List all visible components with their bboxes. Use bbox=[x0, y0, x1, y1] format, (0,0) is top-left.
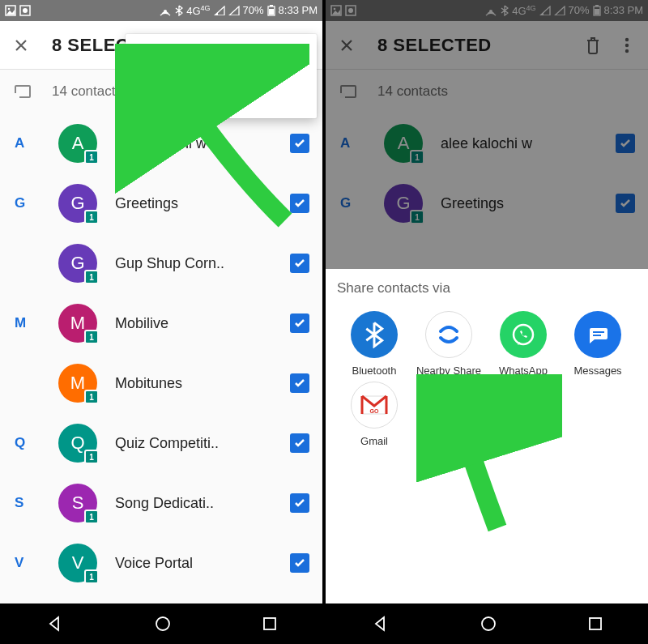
contact-avatar: S bbox=[58, 484, 97, 522]
section-letter: G bbox=[15, 195, 25, 211]
bottom-sheet-scrim[interactable] bbox=[326, 0, 648, 269]
checkbox-checked[interactable] bbox=[290, 433, 309, 453]
svg-point-26 bbox=[482, 617, 495, 630]
signal2-icon bbox=[228, 6, 240, 15]
share-bluetooth[interactable]: Bluetooth bbox=[337, 311, 411, 377]
battery-text: 70% bbox=[243, 4, 264, 16]
sim-badge bbox=[84, 210, 99, 224]
back-button[interactable] bbox=[371, 615, 389, 633]
share-messages[interactable]: Messages bbox=[561, 311, 635, 377]
checkbox-checked[interactable] bbox=[290, 313, 309, 333]
sim-badge bbox=[84, 270, 99, 284]
contact-row[interactable]: MMMobilive bbox=[0, 293, 322, 353]
status-bar: 4G4G 70% 8:33 PM bbox=[0, 0, 322, 21]
section-letter: M bbox=[15, 315, 26, 331]
contact-name: Mobilive bbox=[115, 315, 282, 332]
annotation-arrow bbox=[115, 44, 309, 238]
contact-row[interactable]: GGup Shup Corn.. bbox=[0, 233, 322, 293]
checkbox-checked[interactable] bbox=[290, 254, 309, 273]
svg-point-1 bbox=[8, 8, 11, 11]
svg-point-21 bbox=[514, 325, 533, 344]
contact-avatar: G bbox=[58, 244, 97, 283]
contact-row[interactable]: VVVoice Portal bbox=[0, 533, 322, 593]
contact-row[interactable]: QQQuiz Competiti.. bbox=[0, 413, 322, 473]
contact-name: Quiz Competiti.. bbox=[115, 435, 282, 452]
sim-badge bbox=[84, 450, 99, 464]
contact-name: Song Dedicati.. bbox=[115, 495, 282, 512]
sim-badge bbox=[84, 150, 99, 164]
svg-rect-9 bbox=[264, 618, 275, 629]
recent-button[interactable] bbox=[588, 616, 603, 631]
svg-rect-23 bbox=[593, 335, 601, 336]
section-letter: A bbox=[15, 135, 24, 151]
network-text: 4G4G bbox=[186, 4, 210, 17]
svg-rect-22 bbox=[593, 331, 604, 333]
whatsapp-icon bbox=[500, 311, 547, 358]
svg-text:GO: GO bbox=[370, 408, 379, 414]
checkbox-checked[interactable] bbox=[290, 553, 309, 573]
contact-avatar: Q bbox=[58, 424, 97, 463]
time-text: 8:33 PM bbox=[279, 4, 318, 16]
sim-badge bbox=[84, 390, 99, 404]
svg-rect-7 bbox=[269, 9, 274, 15]
contact-avatar: A bbox=[58, 124, 97, 163]
close-icon[interactable] bbox=[10, 34, 32, 57]
gmail-icon: GO bbox=[351, 382, 398, 429]
contact-avatar: V bbox=[58, 544, 97, 582]
share-label: Messages bbox=[561, 365, 635, 377]
checkbox-checked[interactable] bbox=[290, 493, 309, 513]
bluetooth-icon bbox=[175, 5, 183, 16]
svg-rect-27 bbox=[590, 618, 601, 629]
svg-point-8 bbox=[156, 617, 169, 630]
share-gmail[interactable]: GO Gmail bbox=[337, 382, 411, 447]
checkbox-checked[interactable] bbox=[290, 373, 309, 393]
contact-avatar: G bbox=[58, 184, 97, 223]
share-whatsapp[interactable]: WhatsApp bbox=[486, 311, 561, 377]
signal-icon bbox=[214, 6, 225, 15]
section-letter: S bbox=[15, 495, 23, 511]
sim-badge bbox=[84, 510, 99, 524]
phone-left: 4G4G 70% 8:33 PM 8 SELECTED 14 contacts … bbox=[0, 0, 322, 644]
contacts-count: 14 contacts bbox=[52, 83, 122, 100]
back-button[interactable] bbox=[45, 615, 63, 633]
contact-name: Voice Portal bbox=[115, 555, 282, 572]
android-navbar bbox=[0, 603, 322, 644]
svg-rect-6 bbox=[270, 5, 273, 6]
section-letter: V bbox=[15, 555, 23, 571]
contact-row[interactable]: SSSong Dedicati.. bbox=[0, 473, 322, 533]
contact-name: Mobitunes bbox=[115, 375, 282, 392]
sim-icon bbox=[15, 85, 31, 98]
contact-name: Gup Shup Corn.. bbox=[115, 255, 282, 272]
bluetooth-app-icon bbox=[351, 311, 398, 358]
contact-row[interactable]: MMobitunes bbox=[0, 353, 322, 413]
phone-right: 4G4G 70% 8:33 PM 8 SELECTED 14 contacts … bbox=[326, 0, 648, 644]
contact-avatar: M bbox=[58, 304, 97, 343]
svg-point-3 bbox=[23, 8, 28, 13]
contact-avatar: M bbox=[58, 364, 97, 403]
share-sheet-title: Share contacts via bbox=[337, 280, 642, 296]
android-navbar bbox=[326, 603, 648, 644]
recent-button[interactable] bbox=[262, 616, 277, 631]
share-label: Bluetooth bbox=[337, 365, 411, 377]
hotspot-icon bbox=[159, 5, 172, 16]
messages-icon bbox=[574, 311, 621, 358]
home-button[interactable] bbox=[155, 616, 171, 632]
battery-icon bbox=[267, 5, 275, 16]
section-letter: Q bbox=[15, 435, 25, 451]
home-button[interactable] bbox=[480, 616, 497, 632]
annotation-arrow bbox=[416, 374, 562, 536]
nearby-share-icon bbox=[425, 311, 472, 358]
sim-badge bbox=[84, 569, 99, 584]
sim-badge bbox=[84, 330, 99, 344]
image-icon bbox=[5, 5, 16, 16]
record-icon bbox=[19, 5, 31, 16]
share-nearby[interactable]: Nearby Share bbox=[411, 311, 486, 377]
share-label: Gmail bbox=[337, 435, 411, 447]
